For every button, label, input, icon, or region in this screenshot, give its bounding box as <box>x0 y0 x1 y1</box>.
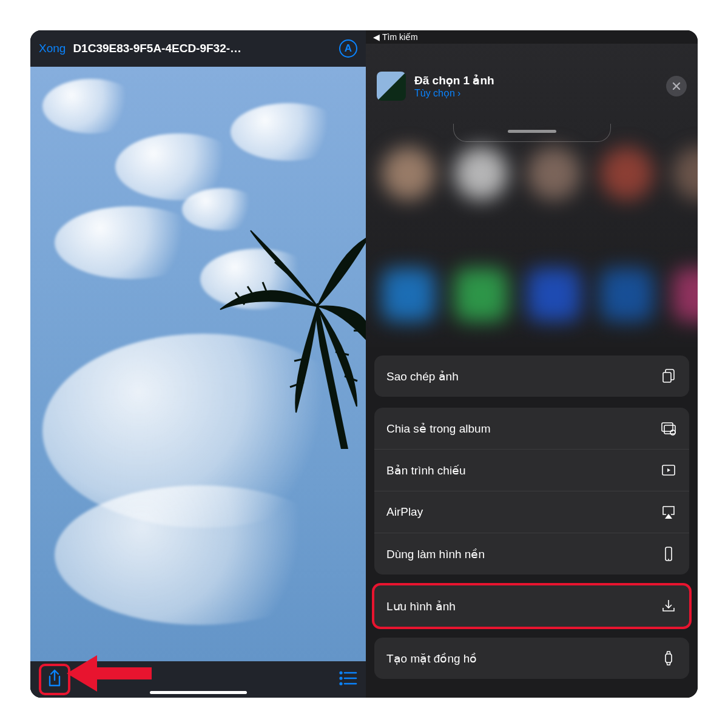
share-actions-list: Sao chép ảnh Chia sẻ trong album Bản trì… <box>374 356 689 679</box>
svg-marker-28 <box>667 468 670 472</box>
airplay-icon <box>660 504 677 521</box>
iphone-icon <box>660 545 677 562</box>
svg-point-17 <box>340 678 342 679</box>
svg-rect-13 <box>91 667 152 679</box>
done-button[interactable]: Xong <box>39 42 66 55</box>
share-sheet-pane: ◀ Tìm kiếm Đã chọn 1 ảnh Tùy chọn › <box>366 30 698 698</box>
action-save-image[interactable]: Lưu hình ảnh <box>374 585 689 627</box>
selection-count-label: Đã chọn 1 ảnh <box>414 73 658 87</box>
svg-rect-30 <box>666 547 672 561</box>
svg-rect-23 <box>663 372 671 382</box>
svg-point-15 <box>340 672 342 674</box>
watch-icon <box>660 650 677 667</box>
action-label: Dùng làm hình nền <box>386 547 485 561</box>
action-label: AirPlay <box>386 505 423 519</box>
svg-rect-25 <box>664 425 675 434</box>
svg-rect-32 <box>666 654 672 662</box>
home-indicator[interactable] <box>150 691 247 694</box>
svg-rect-24 <box>662 423 673 431</box>
status-back-label: Tìm kiếm <box>382 32 418 42</box>
play-rect-icon <box>660 462 677 479</box>
action-label: Lưu hình ảnh <box>386 599 456 613</box>
palm-tree-image <box>214 224 366 449</box>
action-label: Sao chép ảnh <box>386 369 459 383</box>
list-view-icon[interactable] <box>339 671 357 688</box>
svg-point-19 <box>340 683 342 685</box>
action-copy-photo[interactable]: Sao chép ảnh <box>374 356 689 397</box>
svg-marker-14 <box>67 655 97 692</box>
action-share-in-album[interactable]: Chia sẻ trong album <box>374 408 689 449</box>
action-label: Chia sẻ trong album <box>386 422 490 436</box>
action-label: Tạo mặt đồng hồ <box>386 652 477 666</box>
selection-thumbnail[interactable] <box>377 72 406 101</box>
back-caret-icon: ◀ <box>373 32 380 42</box>
action-label: Bản trình chiếu <box>386 463 466 477</box>
close-button[interactable] <box>666 76 687 96</box>
shared-album-icon <box>660 420 677 437</box>
annotation-highlight-save: Lưu hình ảnh <box>372 583 692 629</box>
share-icon[interactable] <box>46 669 63 690</box>
download-icon <box>660 598 677 615</box>
annotation-arrow <box>67 655 152 692</box>
action-set-wallpaper[interactable]: Dùng làm hình nền <box>374 533 689 575</box>
markup-icon[interactable]: A <box>339 39 357 58</box>
action-create-watch-face[interactable]: Tạo mặt đồng hồ <box>374 638 689 679</box>
sheet-grabber[interactable] <box>453 124 611 142</box>
copy-documents-icon <box>660 368 677 385</box>
action-slideshow[interactable]: Bản trình chiếu <box>374 449 689 491</box>
options-button[interactable]: Tùy chọn › <box>414 87 460 99</box>
photo-preview[interactable] <box>30 67 366 661</box>
viewer-top-bar: Xong D1C39E83-9F5A-4ECD-9F32-… A <box>30 30 366 67</box>
annotation-highlight-share <box>39 664 70 695</box>
options-label: Tùy chọn <box>414 87 455 99</box>
share-sheet-header: Đã chọn 1 ảnh Tùy chọn › <box>366 58 698 112</box>
action-airplay[interactable]: AirPlay <box>374 491 689 533</box>
photo-viewer-pane: Xong D1C39E83-9F5A-4ECD-9F32-… A <box>30 30 366 698</box>
status-breadcrumb[interactable]: ◀ Tìm kiếm <box>366 30 698 44</box>
photo-filename-title: D1C39E83-9F5A-4ECD-9F32-… <box>73 42 332 55</box>
share-sheet-blur-area: Đã chọn 1 ảnh Tùy chọn › <box>366 44 698 347</box>
chevron-right-icon: › <box>457 88 460 99</box>
